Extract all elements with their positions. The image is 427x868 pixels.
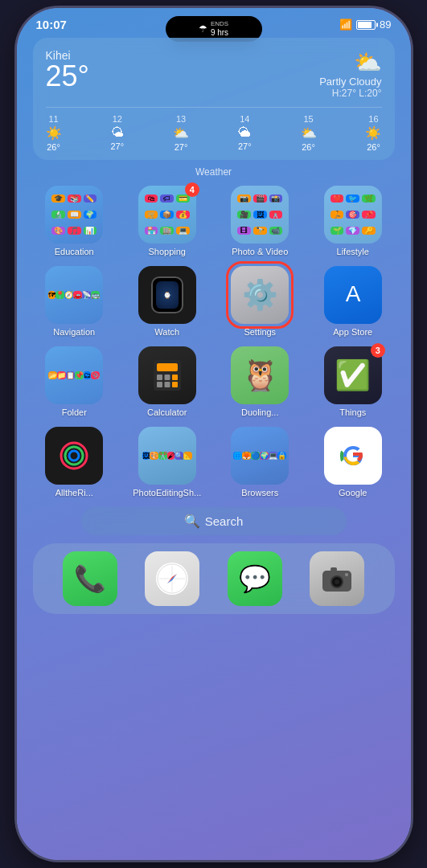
forecast-day-4: 15 ⛅ 26° bbox=[301, 114, 317, 152]
navigation-label: Navigation bbox=[53, 327, 95, 337]
weather-widget-label: Weather bbox=[17, 166, 411, 178]
app-things[interactable]: 3 ✅ Things bbox=[311, 346, 395, 417]
svg-point-21 bbox=[335, 579, 339, 584]
app-folder[interactable]: 📂 📁 📋 📌 🗂 📎 Folder bbox=[33, 346, 117, 417]
app-browsers[interactable]: 🌐 🦊 🔵 🌍 💻 🔒 Browsers bbox=[219, 427, 302, 497]
search-bar[interactable]: 🔍 Search bbox=[81, 507, 347, 535]
browsers-label: Browsers bbox=[241, 488, 278, 497]
app-shopping[interactable]: 4 🛍 🏷 💳 🛒 📦 💰 🏪 🏬 💻 Shopping bbox=[125, 186, 209, 256]
app-appstore[interactable]: A App Store bbox=[311, 266, 395, 337]
app-row-4: AlltheRi... 🖼 🎨 ✂️ 🖌 🔍 📐 PhotoEditingSh.… bbox=[17, 427, 411, 497]
forecast-day-1: 12 🌤 27° bbox=[110, 114, 124, 152]
wifi-icon: 📶 bbox=[339, 18, 352, 31]
dock: 📞 💬 bbox=[33, 543, 395, 614]
hours-text: 9 hrs bbox=[211, 28, 228, 38]
lifestyle-label: Lifestyle bbox=[337, 247, 369, 256]
google-icon bbox=[324, 427, 382, 485]
photo-video-icon: 📷 🎬 📸 🎥 🖼 ✂️ 🎞 🔭 📹 bbox=[231, 186, 289, 244]
status-bar: 10:07 ☂ ENDS 9 hrs 📶 89 bbox=[17, 8, 411, 35]
app-settings[interactable]: ⚙️ Settings bbox=[219, 266, 302, 337]
shopping-label: Shopping bbox=[149, 247, 187, 256]
weather-range: H:27° L:20° bbox=[319, 88, 381, 99]
svg-rect-6 bbox=[157, 382, 162, 387]
svg-rect-3 bbox=[157, 375, 162, 380]
watch-label: Watch bbox=[154, 327, 179, 337]
appstore-icon: A bbox=[324, 266, 382, 324]
things-badge: 3 bbox=[371, 343, 385, 358]
things-label: Things bbox=[339, 407, 366, 417]
forecast-day-2: 13 ⛅ 27° bbox=[173, 114, 189, 152]
app-education[interactable]: 🎓 📚 ✏️ 🔬 📖 🌍 🎨 🎵 📊 Education bbox=[33, 186, 117, 256]
phone-outer: 10:07 ☂ ENDS 9 hrs 📶 89 Kihei bbox=[17, 8, 411, 860]
appstore-label: App Store bbox=[333, 327, 372, 337]
photo-video-label: Photo & Video bbox=[232, 247, 288, 256]
education-label: Education bbox=[55, 247, 94, 256]
dock-messages[interactable]: 💬 bbox=[228, 551, 282, 606]
svg-rect-2 bbox=[157, 363, 178, 371]
app-calculator[interactable]: Calculator bbox=[125, 346, 209, 417]
svg-text:A: A bbox=[345, 281, 360, 306]
status-time: 10:07 bbox=[36, 18, 67, 31]
weather-widget[interactable]: Kihei 25° ⛅ Partly Cloudy H:27° L:20° 11… bbox=[33, 38, 395, 160]
folder-label: Folder bbox=[62, 407, 87, 417]
alltheri-icon bbox=[45, 427, 103, 485]
education-icon: 🎓 📚 ✏️ 🔬 📖 🌍 🎨 🎵 📊 bbox=[45, 186, 103, 244]
svg-point-23 bbox=[345, 573, 348, 576]
svg-rect-4 bbox=[164, 375, 170, 380]
svg-point-10 bbox=[65, 447, 83, 465]
navigation-icon: 🗺 📍 🧭 🚗 📡 🚌 bbox=[45, 266, 103, 324]
ends-label: ENDS bbox=[211, 20, 228, 28]
app-navigation[interactable]: 🗺 📍 🧭 🚗 📡 🚌 Navigation bbox=[33, 266, 117, 337]
app-duolingo[interactable]: 🦉 Duoling... bbox=[219, 346, 302, 417]
weather-condition: Partly Cloudy bbox=[319, 76, 381, 88]
weather-forecast: 11 ☀️ 26° 12 🌤 27° 13 ⛅ 27° 14 🌥 2 bbox=[46, 107, 382, 152]
weather-icon: ⛅ bbox=[319, 49, 381, 76]
phone-icon: 📞 bbox=[74, 563, 106, 594]
forecast-day-3: 14 🌥 27° bbox=[238, 114, 252, 152]
svg-rect-7 bbox=[164, 382, 170, 387]
settings-highlight-ring bbox=[226, 261, 294, 329]
forecast-day-5: 16 ☀️ 26° bbox=[365, 114, 381, 152]
dock-safari[interactable] bbox=[145, 551, 199, 606]
app-photoeditingsh[interactable]: 🖼 🎨 ✂️ 🖌 🔍 📐 PhotoEditingSh... bbox=[125, 427, 209, 497]
lifestyle-icon: ❤️ 🐦 🌿 🏃 🎯 📌 🌱 💎 🔑 bbox=[324, 186, 382, 244]
duolingo-icon: 🦉 bbox=[231, 346, 289, 404]
calculator-label: Calculator bbox=[147, 407, 187, 417]
dock-camera[interactable] bbox=[310, 551, 364, 606]
app-row-3: 📂 📁 📋 📌 🗂 📎 Folder bbox=[17, 346, 411, 417]
svg-rect-8 bbox=[172, 382, 178, 387]
app-alltheri[interactable]: AlltheRi... bbox=[33, 427, 117, 497]
app-photo-video[interactable]: 📷 🎬 📸 🎥 🖼 ✂️ 🎞 🔭 📹 Photo & Video bbox=[219, 186, 302, 256]
svg-point-11 bbox=[69, 451, 79, 461]
app-lifestyle[interactable]: ❤️ 🐦 🌿 🏃 🎯 📌 🌱 💎 🔑 Lifestyle bbox=[311, 186, 395, 256]
duolingo-label: Duoling... bbox=[241, 407, 278, 417]
messages-icon: 💬 bbox=[239, 563, 271, 594]
app-google[interactable]: Google bbox=[311, 427, 395, 497]
phone-screen: 10:07 ☂ ENDS 9 hrs 📶 89 Kihei bbox=[17, 8, 411, 860]
umbrella-icon: ☂ bbox=[199, 23, 207, 35]
watch-icon: ⌚ bbox=[138, 266, 196, 324]
battery-icon bbox=[356, 20, 376, 30]
svg-rect-5 bbox=[172, 375, 178, 380]
search-text: Search bbox=[205, 514, 244, 528]
battery-level: 89 bbox=[380, 18, 391, 31]
app-row-2: 🗺 📍 🧭 🚗 📡 🚌 Navigation ⌚ bbox=[17, 266, 411, 337]
status-right: 📶 89 bbox=[339, 18, 391, 31]
app-watch[interactable]: ⌚ Watch bbox=[125, 266, 209, 337]
alltheri-label: AlltheRi... bbox=[55, 488, 93, 497]
photoedit-icon: 🖼 🎨 ✂️ 🖌 🔍 📐 bbox=[138, 427, 196, 485]
folder-app-icon: 📂 📁 📋 📌 🗂 📎 bbox=[45, 346, 103, 404]
shopping-badge: 4 bbox=[185, 182, 199, 197]
google-label: Google bbox=[339, 488, 367, 497]
weather-temperature: 25° bbox=[46, 62, 89, 91]
photoedit-label: PhotoEditingSh... bbox=[133, 488, 201, 497]
dock-phone[interactable]: 📞 bbox=[63, 551, 117, 606]
weather-location: Kihei bbox=[46, 49, 89, 62]
forecast-day-0: 11 ☀️ 26° bbox=[46, 114, 62, 152]
svg-rect-22 bbox=[331, 567, 337, 571]
browsers-icon: 🌐 🦊 🔵 🌍 💻 🔒 bbox=[231, 427, 289, 485]
app-row-1: 🎓 📚 ✏️ 🔬 📖 🌍 🎨 🎵 📊 Education bbox=[17, 186, 411, 256]
calculator-icon bbox=[138, 346, 196, 404]
search-icon: 🔍 bbox=[184, 514, 200, 529]
